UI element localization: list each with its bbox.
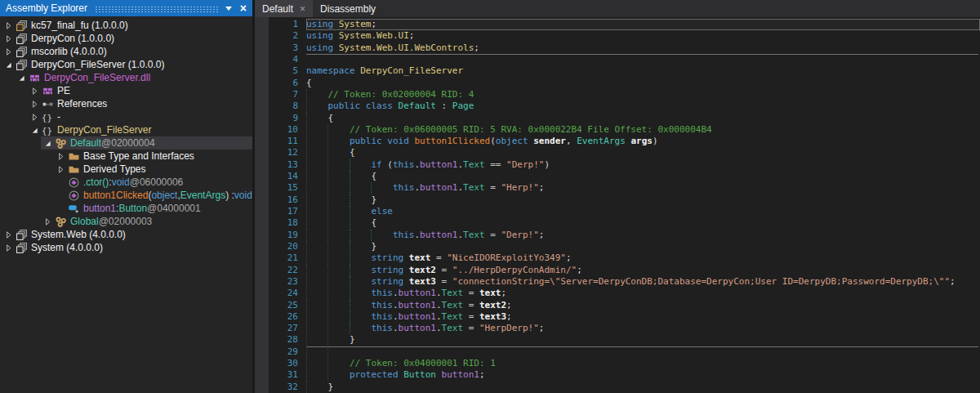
indent-guide (306, 230, 327, 241)
expander-icon[interactable] (2, 230, 15, 239)
expander-icon[interactable] (28, 87, 41, 96)
tree-item[interactable]: button1 : Button @04000001 (0, 202, 252, 215)
code-line[interactable]: 21string text = "NiceIDORExploitYo349"; (269, 252, 980, 264)
code-line[interactable]: 5namespace DerpyCon_FileServer (269, 65, 980, 77)
code-line[interactable]: 24this.button1.Text = text; (269, 288, 980, 299)
code-line[interactable]: 2using System.Web.UI; (269, 30, 980, 42)
expander-icon[interactable] (28, 113, 41, 122)
folder-icon (67, 164, 80, 175)
breakpoint-margin[interactable] (255, 17, 269, 393)
line-number: 12 (269, 147, 306, 159)
line-number: 9 (269, 113, 306, 124)
code-line[interactable]: 29 (269, 346, 980, 358)
code-line[interactable]: 13if (this.button1.Text == "Derp!") (269, 159, 980, 171)
code-line[interactable]: 10// Token: 0x06000005 RID: 5 RVA: 0x000… (269, 124, 980, 136)
tree-item-label: void (234, 190, 252, 201)
indent-guide (327, 241, 349, 252)
panel-title: Assembly Explorer (6, 2, 87, 14)
expander-icon[interactable] (2, 47, 15, 56)
code-token: Text (442, 323, 464, 333)
code-line[interactable]: 15this.button1.Text = "Herp!"; (269, 182, 980, 194)
code-token: // Token: 0x02000004 RID: 4 (327, 89, 474, 100)
code-token: this (371, 300, 393, 310)
code-line[interactable]: 23string text3 = "connectionString=\"Ser… (269, 276, 980, 288)
module-icon (41, 86, 54, 96)
tree-item-label: EventArgs (180, 190, 225, 201)
window-position-dropdown-icon[interactable] (225, 7, 232, 14)
code-line[interactable]: 26this.button1.Text = text3; (269, 311, 980, 323)
indent-guide (306, 147, 327, 159)
code-line[interactable]: 1using System; (269, 19, 980, 30)
code-line[interactable]: 31protected Button button1; (269, 369, 980, 381)
code-line[interactable]: 4 (269, 54, 980, 65)
code-token: if (371, 159, 381, 170)
code-line[interactable]: 27this.button1.Text = "HerpDerp!"; (269, 323, 980, 334)
code-line[interactable]: 7// Token: 0x02000004 RID: 4 (269, 89, 980, 100)
code-line[interactable]: 30// Token: 0x04000001 RID: 1 (269, 358, 980, 369)
code-line[interactable]: 28} (269, 334, 980, 346)
expander-icon[interactable] (15, 74, 28, 83)
indent-guide (306, 124, 327, 136)
tree-item[interactable]: .ctor() : void @06000006 (0, 176, 252, 189)
code-line-content: this.button1.Text = text3; (306, 311, 980, 323)
expander-icon[interactable] (28, 100, 41, 109)
expander-icon[interactable] (28, 126, 41, 135)
code-line[interactable]: 11public void button1Clicked(object send… (269, 136, 980, 147)
code-line-content (306, 54, 980, 65)
code-line[interactable]: 19this.button1.Text = "Derp!"; (269, 230, 980, 241)
tree-item[interactable]: References (0, 97, 252, 110)
code-line[interactable]: 22string text2 = "../HerpDerpyConAdmin/"… (269, 265, 980, 276)
code-line[interactable]: 9{ (269, 113, 980, 124)
tab-disassembly[interactable]: Disassembly (313, 0, 383, 17)
tree-item[interactable]: System (4.0.0.0) (0, 241, 252, 254)
expander-icon[interactable] (41, 217, 54, 226)
code-token: { (306, 78, 312, 88)
code-line[interactable]: 6{ (269, 78, 980, 89)
expander-icon[interactable] (2, 34, 15, 43)
tree-item[interactable]: button1Clicked(object, EventArgs) : void (0, 189, 252, 202)
code-line[interactable]: 32} (269, 382, 980, 393)
tree-item[interactable]: DerpyCon_FileServer.dll (0, 71, 252, 84)
tree-item[interactable]: DerpyCon_FileServer (1.0.0.0) (0, 58, 252, 71)
code-token: this (371, 311, 393, 322)
tree-item[interactable]: DerpyCon (1.0.0.0) (0, 32, 252, 45)
tree-item-label: Derived Types (83, 163, 145, 175)
expander-icon[interactable] (54, 165, 67, 174)
tree-item[interactable]: Default @02000004 (0, 136, 252, 150)
code-token: { (327, 113, 333, 123)
tab-close-icon[interactable]: × (300, 4, 305, 14)
expander-icon[interactable] (41, 139, 54, 148)
code-line[interactable]: 18{ (269, 217, 980, 229)
code-line[interactable]: 12{ (269, 147, 980, 159)
code-token: "Derp!" (506, 159, 544, 170)
code-line[interactable]: 16} (269, 194, 980, 206)
code-line-content: public class Default : Page (306, 100, 980, 112)
code-line[interactable]: 17else (269, 206, 980, 217)
tree-item[interactable]: kc57_final_fu (1.0.0.0) (0, 19, 252, 32)
code-line[interactable]: 25this.button1.Text = text2; (269, 300, 980, 311)
code-line[interactable]: 3using System.Web.UI.WebControls; (269, 42, 980, 54)
tab-default[interactable]: Default× (255, 0, 313, 17)
expander-icon[interactable] (2, 21, 15, 30)
tree-item[interactable]: {}- (0, 110, 252, 123)
code-line[interactable]: 8public class Default : Page (269, 100, 980, 112)
code-line[interactable]: 20} (269, 241, 980, 252)
close-icon[interactable]: × (240, 2, 247, 14)
expander-icon[interactable] (2, 60, 15, 69)
line-number: 27 (269, 323, 306, 334)
code-line[interactable]: 14{ (269, 171, 980, 182)
code-view[interactable]: 1using System;2using System.Web.UI;3usin… (269, 17, 980, 393)
tree-item[interactable]: Base Type and Interfaces (0, 150, 252, 163)
code-line-content: using System.Web.UI; (306, 30, 980, 42)
tree-item[interactable]: {}DerpyCon_FileServer (0, 123, 252, 136)
tree-item-label: References (57, 98, 107, 109)
code-token (430, 252, 436, 263)
tree-item[interactable]: System.Web (4.0.0.0) (0, 228, 252, 241)
tree-item[interactable]: mscorlib (4.0.0.0) (0, 45, 252, 58)
tree-item[interactable]: Derived Types (0, 163, 252, 176)
expander-icon[interactable] (2, 243, 15, 252)
tree-item[interactable]: Global @02000003 (0, 215, 252, 228)
code-line-content: this.button1.Text = "Derp!"; (306, 230, 980, 241)
expander-icon[interactable] (54, 152, 67, 161)
tree-item[interactable]: PE (0, 84, 252, 97)
